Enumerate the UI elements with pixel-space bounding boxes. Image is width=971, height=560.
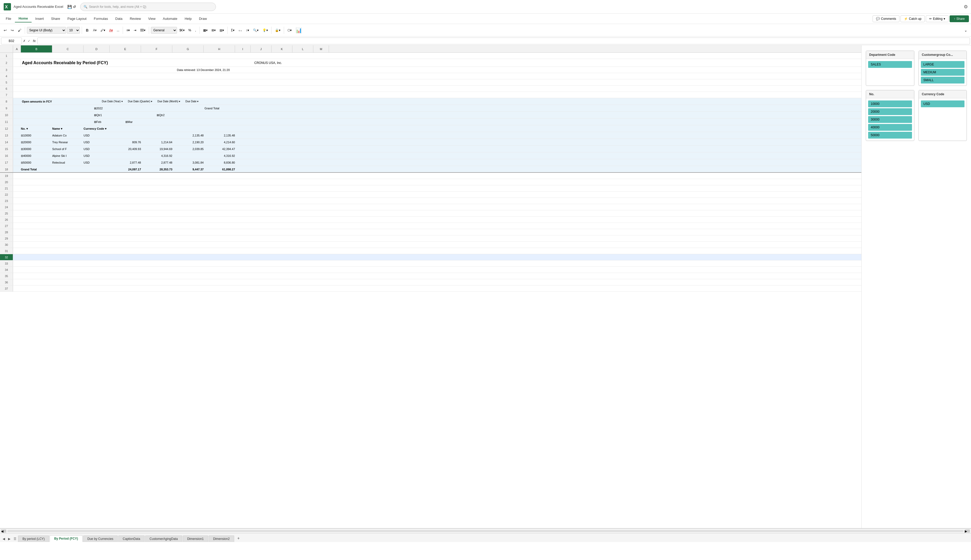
confirm-formula-icon[interactable]: ✓ [27, 39, 31, 43]
col-name-header[interactable]: Name ▾ [52, 125, 83, 132]
cust-item-medium[interactable]: MEDIUM [921, 69, 965, 76]
tab-home[interactable]: Home [15, 15, 32, 22]
settings-icon[interactable]: ⚙ [964, 4, 968, 10]
col-header-h[interactable]: H [204, 45, 235, 52]
undo-button[interactable]: ↩ [2, 27, 8, 33]
tab-customer-aging-data[interactable]: CustomerAgingData [145, 535, 182, 542]
highlight-button[interactable]: 🖊▾ [99, 27, 107, 33]
row-15[interactable]: 15 ⊟30000 School of F USD 20,409.93 19,9… [0, 146, 861, 152]
share-button[interactable]: ↑ Share [949, 15, 969, 22]
expand-toolbar-button[interactable]: ⌄ [963, 27, 969, 33]
comments-button[interactable]: 💬 Comments [873, 15, 899, 22]
data-type-button[interactable]: ⬡▾ [286, 27, 293, 33]
due-date-year[interactable]: Due Date (Year) ▾ [102, 98, 123, 105]
paint-format-button[interactable]: 🖌 [16, 27, 23, 33]
cell-ref-input[interactable]: B32 [1, 38, 22, 44]
font-name-select[interactable]: Segoe UI (Body) [27, 27, 66, 34]
no-item-10000[interactable]: 10000 [868, 100, 912, 107]
currency-format-button[interactable]: $€▾ [178, 27, 186, 33]
col-currency-header[interactable]: Currency Code ▾ [83, 125, 110, 132]
more-button[interactable]: ... [115, 27, 121, 33]
fx-icon[interactable]: fx [31, 39, 37, 43]
formula-input[interactable] [37, 38, 970, 44]
tab-formulas[interactable]: Formulas [90, 15, 112, 22]
col-no-header[interactable]: No. ▾ [21, 125, 52, 132]
catch-up-button[interactable]: ⚡ Catch up [901, 15, 925, 22]
tab-draw[interactable]: Draw [195, 15, 210, 22]
row-16[interactable]: 16 ⊟40000 Alpine Ski I USD 4,316.92 4,31… [0, 152, 861, 159]
conditional-format-button[interactable]: ▦▾ [202, 27, 209, 33]
due-date-quarter[interactable]: Due Date (Quarter) ▾ [128, 98, 152, 105]
no-item-30000[interactable]: 30000 [868, 116, 912, 123]
chart-button[interactable]: 📊 [294, 26, 304, 35]
editing-button[interactable]: ✏ Editing ▾ [926, 15, 949, 22]
row-32[interactable]: 32 [0, 254, 861, 260]
no-item-40000[interactable]: 40000 [868, 124, 912, 131]
search-bar[interactable]: 🔍 Search for tools, help, and more (Alt … [80, 3, 216, 11]
tab-caption-data[interactable]: CaptionData [118, 535, 145, 542]
row-17[interactable]: 17 ⊟50000 Relecloud USD 2,877.48 2,877.4… [0, 159, 861, 166]
col-header-c[interactable]: C [52, 45, 83, 52]
bold-button[interactable]: B [84, 27, 91, 33]
tab-review[interactable]: Review [126, 15, 145, 22]
sensitivity-button[interactable]: 🔒▾ [274, 27, 282, 33]
cell-styles-button[interactable]: ▤▾ [218, 27, 225, 33]
tab-help[interactable]: Help [181, 15, 195, 22]
horizontal-scroll-bar[interactable]: ◀ ▶ [0, 528, 971, 533]
format-select[interactable]: General [151, 27, 177, 34]
col-header-b[interactable]: B [21, 45, 52, 52]
row-13[interactable]: 13 ⊟10000 Adatum Co USD 2,135.48 2,135.4… [0, 132, 861, 139]
dept-item-sales[interactable]: SALES [868, 61, 912, 68]
tab-share[interactable]: Share [48, 15, 64, 22]
indent-button[interactable]: ⇥ [132, 27, 138, 33]
tab-view[interactable]: View [145, 15, 159, 22]
sheet-menu-icon[interactable]: ☰ [12, 536, 18, 542]
nav-prev-sheet[interactable]: ◀ [1, 536, 7, 542]
due-date[interactable]: Due Date ▾ [185, 98, 199, 105]
font-color-a-button[interactable]: A▾ [108, 27, 114, 33]
currency-item-usd[interactable]: USD [921, 100, 965, 107]
format-as-table-button[interactable]: ⊞▾ [210, 27, 217, 33]
col-header-m[interactable]: M [313, 45, 329, 52]
col-header-g[interactable]: G [172, 45, 204, 52]
sort-button[interactable]: ↕▾ [244, 27, 251, 33]
col-header-i[interactable]: I [235, 45, 251, 52]
tab-by-period-lcy[interactable]: By period (LCY) [18, 535, 49, 542]
comma-button[interactable]: , [194, 27, 197, 33]
tab-dimension2[interactable]: Dimension2 [209, 535, 234, 542]
cancel-formula-icon[interactable]: ✗ [22, 39, 27, 43]
col-header-j[interactable]: J [251, 45, 272, 52]
tab-insert[interactable]: Insert [32, 15, 48, 22]
row-14[interactable]: 14 ⊟20000 Trey Resear USD 809.76 1,214.6… [0, 139, 861, 146]
fill-button[interactable]: ⬦▾ [237, 27, 244, 33]
col-header-a[interactable]: A [13, 45, 21, 52]
ideas-button[interactable]: 💡▾ [261, 27, 269, 33]
col-header-e[interactable]: E [110, 45, 141, 52]
tab-page-layout[interactable]: Page Layout [64, 15, 90, 22]
tab-by-period-fcy[interactable]: By Period (FCY) [50, 535, 82, 542]
tab-due-by-currencies[interactable]: Due by Currencies [83, 535, 118, 542]
col-header-l[interactable]: L [292, 45, 313, 52]
no-item-20000[interactable]: 20000 [868, 108, 912, 115]
save-icon[interactable]: 💾 [67, 5, 72, 9]
no-item-50000[interactable]: 50000 [868, 132, 912, 138]
sum-button[interactable]: Σ▾ [230, 27, 236, 33]
col-header-d[interactable]: D [83, 45, 110, 52]
cust-item-large[interactable]: LARGE [921, 61, 965, 68]
due-date-month[interactable]: Due Date (Month) ▾ [157, 98, 180, 105]
tab-dimension1[interactable]: Dimension1 [183, 535, 208, 542]
find-button[interactable]: 🔍▾ [252, 27, 260, 33]
cust-item-small[interactable]: SMALL [921, 77, 965, 83]
wrap-button[interactable]: ⌧▾ [138, 27, 147, 33]
nav-next-sheet[interactable]: ▶ [7, 536, 12, 542]
tab-data[interactable]: Data [112, 15, 126, 22]
add-sheet-button[interactable]: + [235, 535, 242, 542]
col-header-f[interactable]: F [141, 45, 172, 52]
align-button[interactable]: ≡▾ [125, 27, 131, 33]
redo-button[interactable]: ↪ [9, 27, 15, 33]
autosave-icon[interactable]: ↺ [73, 5, 76, 9]
percent-button[interactable]: % [187, 27, 193, 33]
col-header-k[interactable]: K [272, 45, 292, 52]
tab-file[interactable]: File [2, 15, 15, 22]
font-color-button[interactable]: A▾ [92, 27, 98, 33]
